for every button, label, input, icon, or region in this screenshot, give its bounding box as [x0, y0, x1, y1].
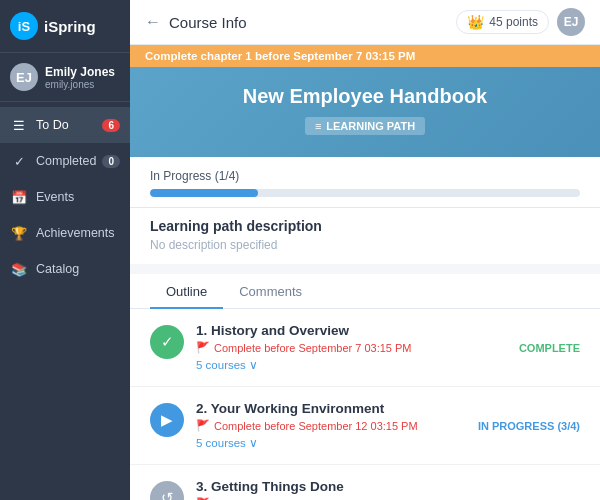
- description-section: Learning path description No description…: [130, 207, 600, 264]
- ispring-logo-icon: iS: [10, 12, 38, 40]
- nav-badge-completed: 0: [102, 155, 120, 168]
- progress-section: In Progress (1/4): [130, 157, 600, 207]
- sidebar-item-todo[interactable]: ☰ To Do 6: [0, 107, 130, 143]
- outline-status-complete: COMPLETE: [519, 342, 580, 354]
- outline-deadline: 🚩 Complete before September 12 03:15 PM: [196, 419, 466, 432]
- content-area: Complete chapter 1 before September 7 03…: [130, 45, 600, 500]
- tag-label: LEARNING PATH: [326, 120, 415, 132]
- user-info: Emily Jones emily.jones: [45, 65, 115, 90]
- outline-info: 1. History and Overview 🚩 Complete befor…: [196, 323, 507, 372]
- nav-label-completed: Completed: [36, 154, 96, 168]
- outline-item: ↺ 3. Getting Things Done 🚩 Complete befo…: [130, 465, 600, 500]
- events-icon: 📅: [10, 188, 28, 206]
- back-button[interactable]: ←: [145, 13, 161, 31]
- flag-icon: 🚩: [196, 341, 210, 354]
- nav-label-events: Events: [36, 190, 74, 204]
- sidebar-item-achievements[interactable]: 🏆 Achievements: [0, 215, 130, 251]
- outline-courses[interactable]: 5 courses ∨: [196, 358, 507, 372]
- user-profile: EJ Emily Jones emily.jones: [0, 53, 130, 102]
- nav-label-todo: To Do: [36, 118, 69, 132]
- outline-item: ✓ 1. History and Overview 🚩 Complete bef…: [130, 309, 600, 387]
- description-text: No description specified: [150, 238, 580, 252]
- outline-name: 2. Your Working Environment: [196, 401, 466, 416]
- outline-info: 3. Getting Things Done 🚩 Complete before…: [196, 479, 491, 500]
- nav-label-achievements: Achievements: [36, 226, 115, 240]
- catalog-icon: 📚: [10, 260, 28, 278]
- deadline-banner: Complete chapter 1 before September 7 03…: [130, 45, 600, 67]
- sidebar-item-events[interactable]: 📅 Events: [0, 179, 130, 215]
- achievements-icon: 🏆: [10, 224, 28, 242]
- topbar-left: ← Course Info: [145, 13, 247, 31]
- topbar-right: 👑 45 points EJ: [456, 8, 585, 36]
- user-name: Emily Jones: [45, 65, 115, 79]
- tabs-section: OutlineComments ✓ 1. History and Overvie…: [130, 274, 600, 500]
- flag-icon: 🚩: [196, 419, 210, 432]
- outline-list: ✓ 1. History and Overview 🚩 Complete bef…: [130, 309, 600, 500]
- progress-bar-fill: [150, 189, 258, 197]
- todo-icon: ☰: [10, 116, 28, 134]
- tabs-header: OutlineComments: [130, 274, 600, 309]
- topbar: ← Course Info 👑 45 points EJ: [130, 0, 600, 45]
- topbar-avatar[interactable]: EJ: [557, 8, 585, 36]
- user-email: emily.jones: [45, 79, 115, 90]
- tab-comments[interactable]: Comments: [223, 274, 318, 309]
- tag-icon: ≡: [315, 120, 321, 132]
- logo-text: iSpring: [44, 18, 96, 35]
- outline-name: 3. Getting Things Done: [196, 479, 491, 494]
- logo-area: iS iSpring: [0, 0, 130, 53]
- nav-badge-todo: 6: [102, 119, 120, 132]
- tab-outline[interactable]: Outline: [150, 274, 223, 309]
- outline-icon-notstarted: ↺: [150, 481, 184, 500]
- outline-icon-complete: ✓: [150, 325, 184, 359]
- outline-deadline: 🚩 Complete before September 7 03:15 PM: [196, 341, 507, 354]
- crown-icon: 👑: [467, 14, 484, 30]
- points-badge: 👑 45 points: [456, 10, 549, 34]
- outline-item: ▶ 2. Your Working Environment 🚩 Complete…: [130, 387, 600, 465]
- completed-icon: ✓: [10, 152, 28, 170]
- outline-status-inprogress: IN PROGRESS (3/4): [478, 420, 580, 432]
- sidebar: iS iSpring EJ Emily Jones emily.jones ☰ …: [0, 0, 130, 500]
- points-label: 45 points: [489, 15, 538, 29]
- outline-icon-inprogress: ▶: [150, 403, 184, 437]
- avatar: EJ: [10, 63, 38, 91]
- outline-courses[interactable]: 5 courses ∨: [196, 436, 466, 450]
- progress-label: In Progress (1/4): [150, 169, 580, 183]
- page-title: Course Info: [169, 14, 247, 31]
- outline-name: 1. History and Overview: [196, 323, 507, 338]
- main-content: ← Course Info 👑 45 points EJ Complete ch…: [130, 0, 600, 500]
- sidebar-item-catalog[interactable]: 📚 Catalog: [0, 251, 130, 287]
- course-hero: New Employee Handbook ≡ LEARNING PATH: [130, 67, 600, 157]
- outline-info: 2. Your Working Environment 🚩 Complete b…: [196, 401, 466, 450]
- description-title: Learning path description: [150, 218, 580, 234]
- sidebar-nav: ☰ To Do 6 ✓ Completed 0 📅 Events 🏆 Achie…: [0, 102, 130, 500]
- nav-label-catalog: Catalog: [36, 262, 79, 276]
- svg-text:iS: iS: [18, 19, 31, 34]
- learning-path-tag: ≡ LEARNING PATH: [305, 117, 425, 135]
- course-title: New Employee Handbook: [150, 85, 580, 108]
- sidebar-item-completed[interactable]: ✓ Completed 0: [0, 143, 130, 179]
- progress-bar-track: [150, 189, 580, 197]
